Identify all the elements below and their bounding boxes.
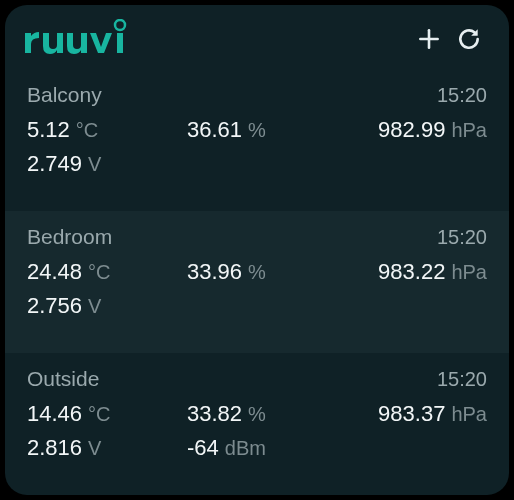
- signal-value: -64: [187, 435, 219, 461]
- pressure-unit: hPa: [451, 119, 487, 142]
- add-button[interactable]: [409, 21, 449, 61]
- sensor-card[interactable]: Outside 15:20 14.46 °C 33.82 % 983.37 hP…: [5, 353, 509, 495]
- humidity-unit: %: [248, 119, 266, 142]
- humidity-value: 33.82: [187, 401, 242, 427]
- header: [5, 5, 509, 69]
- temperature-value: 24.48: [27, 259, 82, 285]
- humidity-unit: %: [248, 261, 266, 284]
- sensor-time: 15:20: [437, 368, 487, 391]
- refresh-icon: [456, 26, 482, 56]
- signal-unit: dBm: [225, 437, 266, 460]
- sensor-time: 15:20: [437, 84, 487, 107]
- temperature-unit: °C: [88, 403, 110, 426]
- temperature-value: 14.46: [27, 401, 82, 427]
- sensor-name: Outside: [27, 367, 99, 391]
- temperature-value: 5.12: [27, 117, 70, 143]
- pressure-unit: hPa: [451, 403, 487, 426]
- pressure-value: 983.37: [378, 401, 445, 427]
- temperature-unit: °C: [88, 261, 110, 284]
- refresh-button[interactable]: [449, 21, 489, 61]
- pressure-value: 983.22: [378, 259, 445, 285]
- plus-icon: [416, 26, 442, 56]
- sensor-dashboard-card: Balcony 15:20 5.12 °C 36.61 % 982.99 hPa: [5, 5, 509, 495]
- humidity-unit: %: [248, 403, 266, 426]
- temperature-unit: °C: [76, 119, 98, 142]
- voltage-unit: V: [88, 437, 101, 460]
- humidity-value: 33.96: [187, 259, 242, 285]
- voltage-value: 2.756: [27, 293, 82, 319]
- sensor-name: Balcony: [27, 83, 102, 107]
- pressure-unit: hPa: [451, 261, 487, 284]
- humidity-value: 36.61: [187, 117, 242, 143]
- sensor-name: Bedroom: [27, 225, 112, 249]
- voltage-value: 2.749: [27, 151, 82, 177]
- svg-rect-0: [117, 33, 123, 53]
- sensor-list: Balcony 15:20 5.12 °C 36.61 % 982.99 hPa: [5, 69, 509, 495]
- sensor-card[interactable]: Bedroom 15:20 24.48 °C 33.96 % 983.22 hP…: [5, 211, 509, 353]
- pressure-value: 982.99: [378, 117, 445, 143]
- voltage-value: 2.816: [27, 435, 82, 461]
- sensor-card[interactable]: Balcony 15:20 5.12 °C 36.61 % 982.99 hPa: [5, 69, 509, 211]
- brand-logo: [23, 19, 135, 63]
- svg-point-1: [115, 20, 125, 30]
- voltage-unit: V: [88, 295, 101, 318]
- voltage-unit: V: [88, 153, 101, 176]
- sensor-time: 15:20: [437, 226, 487, 249]
